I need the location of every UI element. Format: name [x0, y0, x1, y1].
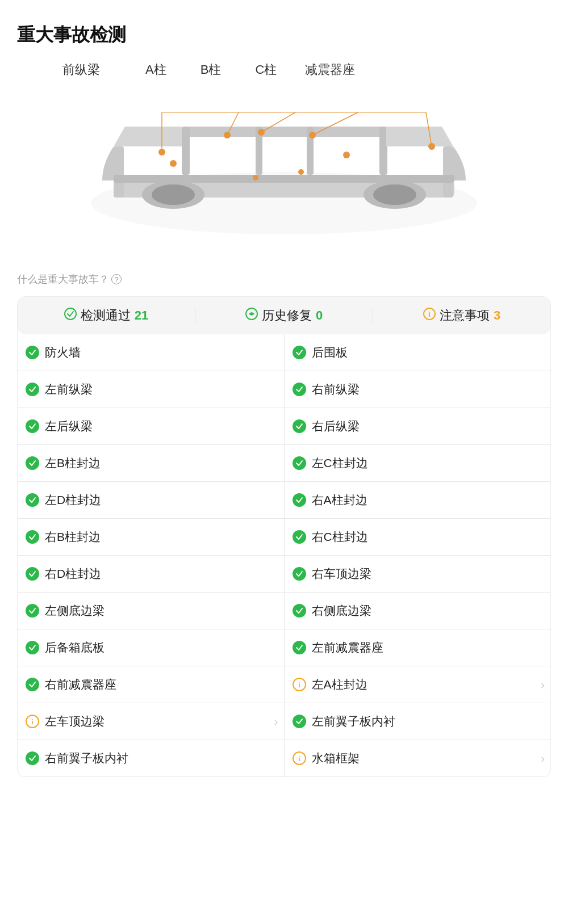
chevron-right-icon[interactable]: ›: [541, 752, 545, 765]
info-link[interactable]: 什么是重大事故车？ ?: [17, 272, 551, 286]
passed-count: 21: [135, 308, 148, 323]
svg-text:i: i: [298, 681, 300, 689]
summary-bar: 检测通过 21 历史修复 0 i: [18, 297, 550, 334]
cell-label: 左B柱封边: [45, 455, 101, 471]
table-cell: 右C柱封边: [285, 519, 551, 555]
check-icon: [26, 346, 39, 359]
question-icon: ?: [111, 274, 122, 284]
label-front-beam: 前纵梁: [62, 61, 100, 78]
summary-notes: i 注意事项 3: [373, 307, 550, 324]
cell-label: 左C柱封边: [312, 455, 368, 471]
cell-label: 后备箱底板: [45, 640, 105, 656]
notes-count: 3: [494, 308, 500, 323]
table-cell: 右D柱封边: [18, 556, 285, 592]
check-icon: [293, 604, 306, 618]
table-cell[interactable]: i左A柱封边›: [285, 666, 551, 703]
label-c-pillar: C柱: [255, 61, 277, 78]
svg-point-27: [298, 169, 304, 175]
items-table: 防火墙后围板左前纵梁右前纵梁左后纵梁右后纵梁左B柱封边左C柱封边左D柱封边右A柱…: [18, 334, 550, 776]
check-icon: [26, 567, 39, 581]
cell-label: 右前翼子板内衬: [45, 750, 128, 766]
check-icon: [293, 641, 306, 654]
svg-rect-6: [379, 127, 387, 175]
repair-icon: [245, 308, 258, 324]
cell-label: 右D柱封边: [45, 566, 101, 582]
label-b-pillar: B柱: [201, 61, 222, 78]
table-cell: 右侧底边梁: [285, 593, 551, 629]
check-icon: [293, 456, 306, 470]
chevron-right-icon[interactable]: ›: [541, 678, 545, 691]
svg-rect-4: [182, 127, 386, 137]
table-cell: 右前翼子板内衬: [18, 740, 285, 776]
table-cell: 左前纵梁: [18, 371, 285, 408]
svg-text:i: i: [428, 310, 431, 318]
svg-point-21: [309, 132, 316, 138]
table-cell: 右后纵梁: [285, 408, 551, 444]
check-icon: [293, 346, 306, 359]
cell-label: 右前减震器座: [45, 677, 116, 692]
svg-point-24: [170, 160, 177, 167]
svg-rect-5: [182, 127, 190, 175]
cell-label: 左前翼子板内衬: [312, 713, 395, 729]
passed-label: 检测通过: [81, 307, 131, 324]
repaired-count: 0: [316, 308, 323, 323]
svg-point-29: [65, 308, 76, 320]
page-title: 重大事故检测: [17, 23, 551, 48]
svg-point-25: [343, 152, 350, 158]
cell-label: 右车顶边梁: [312, 566, 371, 582]
svg-rect-3: [443, 146, 453, 198]
check-icon: [293, 419, 306, 433]
table-row: 防火墙后围板: [18, 334, 550, 371]
table-cell: 右前减震器座: [18, 666, 285, 703]
notes-label: 注意事项: [440, 307, 490, 324]
check-icon: [293, 567, 306, 581]
check-icon: [293, 493, 306, 507]
check-icon: [293, 530, 306, 544]
svg-text:i: i: [298, 755, 300, 763]
cell-label: 右后纵梁: [312, 418, 360, 434]
svg-point-15: [158, 149, 165, 156]
table-row: 左前纵梁右前纵梁: [18, 371, 550, 408]
check-icon: [26, 419, 39, 433]
cell-label: 防火墙: [45, 345, 81, 360]
table-cell[interactable]: i水箱框架›: [285, 740, 551, 776]
svg-rect-2: [114, 146, 124, 198]
svg-point-31: [250, 313, 253, 315]
check-icon: [26, 493, 39, 507]
chevron-right-icon[interactable]: ›: [274, 715, 278, 728]
table-cell: 后备箱底板: [18, 629, 285, 666]
table-cell: 左前减震器座: [285, 629, 551, 666]
table-row: 左侧底边梁右侧底边梁: [18, 592, 550, 629]
check-icon: [26, 383, 39, 396]
table-cell: 右车顶边梁: [285, 556, 551, 592]
cell-label: 左D柱封边: [45, 492, 101, 508]
cell-label: 右C柱封边: [312, 529, 368, 545]
table-cell: 右B柱封边: [18, 519, 285, 555]
check-circle-icon: [64, 308, 77, 324]
info-circle-icon: i: [293, 751, 306, 765]
table-cell: 右A柱封边: [285, 482, 551, 518]
table-cell[interactable]: i左车顶边梁›: [18, 703, 285, 740]
table-cell: 防火墙: [18, 334, 285, 371]
table-row: 后备箱底板左前减震器座: [18, 629, 550, 666]
detection-card: 检测通过 21 历史修复 0 i: [17, 296, 551, 777]
check-icon: [26, 530, 39, 544]
summary-repaired: 历史修复 0: [195, 307, 373, 324]
svg-point-11: [152, 184, 195, 205]
summary-passed: 检测通过 21: [18, 307, 195, 324]
table-row: 左后纵梁右后纵梁: [18, 408, 550, 444]
table-row: 左D柱封边右A柱封边: [18, 481, 550, 518]
check-icon: [293, 715, 306, 728]
svg-point-26: [253, 175, 258, 180]
cell-label: 左A柱封边: [312, 677, 367, 692]
cell-label: 右侧底边梁: [312, 603, 371, 619]
table-row: 右前减震器座i左A柱封边›: [18, 666, 550, 703]
table-cell: 左前翼子板内衬: [285, 703, 551, 740]
svg-point-17: [224, 132, 231, 138]
table-cell: 左后纵梁: [18, 408, 285, 444]
check-icon: [26, 678, 39, 691]
table-cell: 右前纵梁: [285, 371, 551, 408]
table-row: 右B柱封边右C柱封边: [18, 518, 550, 555]
svg-point-19: [258, 129, 265, 136]
check-icon: [26, 456, 39, 470]
